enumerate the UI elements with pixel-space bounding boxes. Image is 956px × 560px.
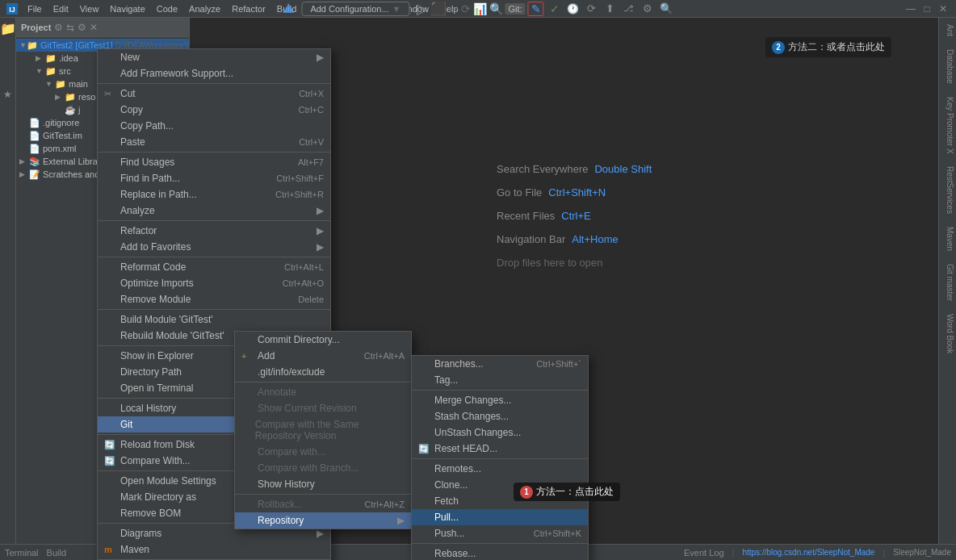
repo-push-shortcut: Ctrl+Shift+K bbox=[534, 529, 581, 538]
settings2-button[interactable]: ⚙ bbox=[639, 2, 656, 16]
annotation-top-right: 2 方法二：或者点击此处 bbox=[765, 37, 891, 57]
git-commit-button[interactable]: ✎ bbox=[528, 2, 544, 16]
ctx-sep-1 bbox=[98, 83, 330, 84]
event-log-label: Event Log bbox=[684, 548, 724, 558]
event-log[interactable]: Event Log bbox=[684, 548, 724, 558]
settings-gear-icon[interactable]: ⚙ bbox=[54, 22, 63, 33]
ctx-optimize[interactable]: Optimize Imports Ctrl+Alt+O bbox=[98, 275, 330, 291]
ctx-cut-label: Cut bbox=[120, 88, 136, 99]
repo-rebase[interactable]: Rebase... bbox=[412, 545, 588, 560]
menu-file[interactable]: File bbox=[23, 2, 47, 15]
ctx-show-explorer-label: Show in Explorer bbox=[120, 350, 194, 361]
title-bar: IJ File Edit View Navigate Code Analyze … bbox=[0, 0, 956, 18]
ctx-add-favorites[interactable]: Add to Favorites ▶ bbox=[98, 239, 330, 255]
maximize-button[interactable]: □ bbox=[920, 2, 933, 15]
repo-stash[interactable]: Stash Changes... bbox=[412, 408, 588, 424]
repo-merge[interactable]: Merge Changes... bbox=[412, 392, 588, 408]
ant-panel[interactable]: Ant bbox=[939, 18, 956, 43]
panel-close-icon[interactable]: ✕ bbox=[90, 22, 98, 33]
ctx-analyze[interactable]: Analyze ▶ bbox=[98, 203, 330, 219]
terminal-tab[interactable]: Terminal bbox=[5, 548, 39, 558]
git-show-revision-label: Show Current Revision bbox=[258, 403, 357, 414]
ctx-add-framework[interactable]: Add Framework Support... bbox=[98, 65, 330, 81]
update-button[interactable]: ⟳ bbox=[584, 2, 600, 16]
ctx-sep-4 bbox=[98, 257, 330, 257]
menu-navigate[interactable]: Navigate bbox=[105, 2, 149, 15]
ctx-refactor[interactable]: Refactor ▶ bbox=[98, 223, 330, 239]
ctx-copy-path[interactable]: Copy Path... bbox=[98, 118, 330, 134]
project-icon[interactable]: 📁 bbox=[1, 21, 15, 36]
push-button[interactable]: ⬆ bbox=[602, 2, 618, 16]
repo-sep-3 bbox=[412, 543, 588, 544]
minimize-button[interactable]: — bbox=[904, 2, 917, 15]
git-repository-label: Repository bbox=[258, 515, 304, 526]
menu-analyze[interactable]: Analyze bbox=[184, 2, 225, 15]
build-label: Build bbox=[47, 548, 66, 558]
database-panel[interactable]: Database bbox=[939, 43, 956, 90]
build-tab[interactable]: Build bbox=[47, 548, 66, 558]
git-show-history[interactable]: Show History bbox=[235, 476, 411, 492]
ctx-find-in-path[interactable]: Find in Path... Ctrl+Shift+F bbox=[98, 170, 330, 186]
close-button[interactable]: ✕ bbox=[937, 2, 950, 15]
ctx-optimize-label: Optimize Imports bbox=[120, 278, 194, 289]
goto-file-key: Ctrl+Shift+N bbox=[548, 186, 606, 199]
ctx-copy[interactable]: Copy Ctrl+C bbox=[98, 102, 330, 118]
maven-panel[interactable]: Maven bbox=[939, 220, 956, 257]
git-master-panel[interactable]: Git master bbox=[939, 257, 956, 307]
menu-view[interactable]: View bbox=[75, 2, 104, 15]
run-check-button[interactable]: ✓ bbox=[547, 2, 563, 16]
ctx-maven[interactable]: m Maven bbox=[98, 541, 330, 558]
ctx-module-settings-label: Open Module Settings bbox=[120, 475, 216, 487]
repo-tag[interactable]: Tag... bbox=[412, 372, 588, 388]
menu-edit[interactable]: Edit bbox=[48, 2, 73, 15]
branch-button[interactable]: ⎇ bbox=[621, 2, 637, 16]
git-exclude-label: .git/info/exclude bbox=[258, 366, 325, 378]
panel-config-icon[interactable]: ⚙ bbox=[78, 22, 86, 33]
ctx-build-module[interactable]: Build Module 'GitTest' bbox=[98, 311, 330, 328]
git-repository[interactable]: Repository ▶ bbox=[235, 512, 411, 529]
repo-branches[interactable]: Branches... Ctrl+Shift+` bbox=[412, 356, 588, 372]
ctx-new[interactable]: New ▶ bbox=[98, 49, 330, 65]
history-button[interactable]: 🕐 bbox=[565, 2, 581, 16]
git-compare-repo-label: Compare with the Same Repository Version bbox=[255, 419, 405, 441]
git-exclude[interactable]: .git/info/exclude bbox=[235, 364, 411, 380]
ctx-remove-module[interactable]: Remove Module Delete bbox=[98, 291, 330, 307]
word-book-panel[interactable]: Word Book bbox=[939, 307, 956, 360]
annotation-top-right-text: 方法二：或者点击此处 bbox=[788, 40, 885, 54]
ctx-reformat[interactable]: Reformat Code Ctrl+Alt+L bbox=[98, 259, 330, 275]
add-configuration-button[interactable]: Add Configuration... ▼ bbox=[301, 2, 409, 16]
git-add[interactable]: + Add Ctrl+Alt+A bbox=[235, 348, 411, 364]
repo-unstash[interactable]: UnStash Changes... bbox=[412, 424, 588, 441]
git-add-label: Add bbox=[258, 350, 275, 361]
ctx-replace-in-path[interactable]: Replace in Path... Ctrl+Shift+R bbox=[98, 186, 330, 203]
repo-pull[interactable]: Pull... bbox=[412, 509, 588, 525]
ctx-paste-label: Paste bbox=[120, 136, 145, 148]
git-commit-dir[interactable]: Commit Directory... bbox=[235, 332, 411, 348]
ctx-find-usages[interactable]: Find Usages Alt+F7 bbox=[98, 154, 330, 170]
search2-button[interactable]: 🔍 bbox=[658, 2, 674, 16]
favorites-icon[interactable]: ★ bbox=[1, 87, 15, 102]
ctx-build-label: Build Module 'GitTest' bbox=[120, 314, 213, 325]
repo-push[interactable]: Push... Ctrl+Shift+K bbox=[412, 525, 588, 541]
git-compare-with-label: Compare with... bbox=[258, 446, 325, 458]
ctx-maven-icon: m bbox=[104, 545, 117, 554]
ctx-reload-label: Reload from Disk bbox=[120, 439, 195, 450]
repo-reset-head[interactable]: 🔄 Reset HEAD... bbox=[412, 441, 588, 457]
svg-marker-2 bbox=[283, 3, 294, 13]
ctx-find-usages-label: Find Usages bbox=[120, 157, 174, 168]
panel-header-icons: ⚙ ⇆ ⚙ ✕ bbox=[54, 22, 98, 33]
repo-remotes[interactable]: Remotes... bbox=[412, 461, 588, 477]
key-promoter-panel[interactable]: Key Promoter X bbox=[939, 90, 956, 161]
rest-services-panel[interactable]: RestServices bbox=[939, 160, 956, 220]
panel-expand-icon[interactable]: ⇆ bbox=[66, 22, 74, 33]
ctx-paste[interactable]: Paste Ctrl+V bbox=[98, 134, 330, 150]
ctx-new-arrow: ▶ bbox=[317, 52, 324, 63]
ctx-paste-shortcut: Ctrl+V bbox=[299, 137, 324, 147]
git-compare-with: Compare with... bbox=[235, 444, 411, 460]
git-repo-arrow: ▶ bbox=[397, 515, 405, 526]
repo-merge-label: Merge Changes... bbox=[434, 395, 511, 406]
ctx-terminal-label: Open in Terminal bbox=[120, 382, 194, 394]
ctx-cut[interactable]: ✂ Cut Ctrl+X bbox=[98, 86, 330, 102]
menu-refactor[interactable]: Refactor bbox=[227, 2, 270, 15]
menu-code[interactable]: Code bbox=[152, 2, 182, 15]
